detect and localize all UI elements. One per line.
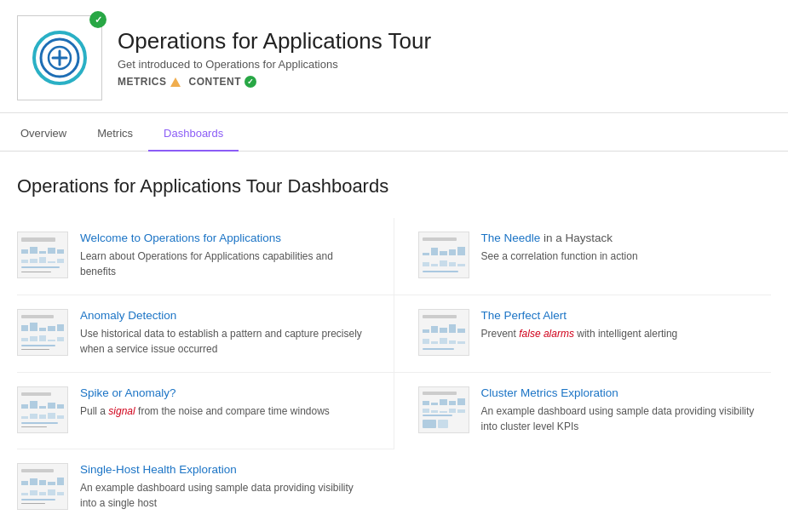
status-badges: METRICS CONTENT ✓	[118, 76, 431, 88]
nav-tabs: Overview Metrics Dashboards	[0, 117, 788, 152]
thumb-singlehost	[17, 463, 68, 510]
page-heading: Operations for Applications Tour Dashboa…	[17, 175, 771, 197]
thumb-spike	[17, 386, 68, 433]
needle-title-rest: in a Haystack	[540, 232, 613, 244]
needle-title-link: The Needle	[481, 232, 541, 244]
thumb-alert	[418, 309, 469, 356]
app-logo: ✓	[17, 15, 102, 100]
dash-desc-anomaly: Use historical data to establish a patte…	[80, 326, 368, 357]
app-header: ✓ Operations for Applications Tour Get i…	[0, 0, 788, 113]
app-title: Operations for Applications Tour	[118, 28, 431, 54]
dash-info-welcome: Welcome to Operations for Applications L…	[80, 232, 368, 279]
signal-highlight: signal	[108, 405, 135, 417]
thumb-anomaly	[17, 309, 68, 356]
dashboard-item-cluster: Cluster Metrics Exploration An example d…	[394, 373, 772, 449]
dashboard-grid: Welcome to Operations for Applications L…	[17, 218, 771, 526]
dash-title-cluster[interactable]: Cluster Metrics Exploration	[481, 386, 758, 399]
dash-title-singlehost[interactable]: Single-Host Health Exploration	[80, 463, 369, 476]
page-content: Operations for Applications Tour Dashboa…	[0, 152, 788, 532]
dash-desc-singlehost: An example dashboard using sample data p…	[80, 480, 369, 511]
thumb-welcome	[17, 232, 68, 278]
dashboard-item-singlehost: Single-Host Health Exploration An exampl…	[17, 449, 394, 526]
thumb-needle	[418, 232, 469, 278]
thumb-cluster	[418, 386, 469, 433]
false-alarms-highlight: false alarms	[519, 328, 574, 340]
tab-metrics[interactable]: Metrics	[82, 117, 148, 152]
warn-icon	[170, 77, 181, 87]
dash-info-alert: The Perfect Alert Prevent false alarms w…	[481, 309, 758, 341]
dash-desc-alert: Prevent false alarms with intelligent al…	[481, 326, 758, 341]
dash-info-anomaly: Anomaly Detection Use historical data to…	[80, 309, 368, 357]
header-text: Operations for Applications Tour Get int…	[118, 28, 431, 88]
dashboard-item-alert: The Perfect Alert Prevent false alarms w…	[394, 295, 772, 373]
tab-dashboards[interactable]: Dashboards	[148, 117, 239, 152]
logo-check-badge: ✓	[89, 11, 106, 28]
dashboard-item-anomaly: Anomaly Detection Use historical data to…	[17, 295, 394, 373]
dash-title-spike[interactable]: Spike or Anomaly?	[80, 386, 368, 399]
content-badge-label: CONTENT	[189, 76, 242, 88]
metrics-badge-label: METRICS	[118, 76, 167, 88]
dash-title-welcome[interactable]: Welcome to Operations for Applications	[80, 232, 368, 244]
dashboard-item-welcome: Welcome to Operations for Applications L…	[17, 218, 394, 295]
dashboard-item-needle: The Needle in a Haystack See a correlati…	[394, 218, 772, 295]
dash-info-singlehost: Single-Host Health Exploration An exampl…	[80, 463, 369, 511]
dash-title-alert[interactable]: The Perfect Alert	[481, 309, 758, 322]
dash-desc-welcome: Learn about Operations for Applications …	[80, 249, 368, 279]
dash-info-spike: Spike or Anomaly? Pull a signal from the…	[80, 386, 368, 419]
tab-overview[interactable]: Overview	[17, 117, 82, 152]
dash-desc-spike: Pull a signal from the noise and compare…	[80, 403, 368, 419]
dash-desc-cluster: An example dashboard using sample data p…	[481, 403, 758, 434]
dash-title-needle[interactable]: The Needle in a Haystack	[481, 232, 758, 244]
dash-info-cluster: Cluster Metrics Exploration An example d…	[481, 386, 758, 434]
ok-icon: ✓	[244, 76, 256, 88]
dash-info-needle: The Needle in a Haystack See a correlati…	[481, 232, 758, 264]
dash-title-anomaly[interactable]: Anomaly Detection	[80, 309, 368, 322]
content-badge: CONTENT ✓	[189, 76, 257, 88]
metrics-badge: METRICS	[118, 76, 181, 88]
dashboard-item-spike: Spike or Anomaly? Pull a signal from the…	[17, 373, 394, 449]
dash-desc-needle: See a correlation function in action	[481, 249, 758, 264]
app-subtitle: Get introduced to Operations for Applica…	[118, 58, 431, 71]
